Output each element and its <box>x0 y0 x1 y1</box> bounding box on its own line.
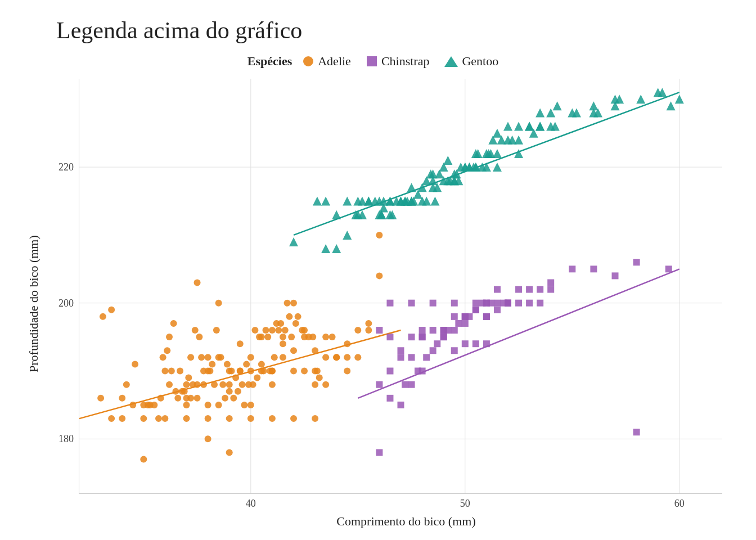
svg-point-93 <box>196 334 202 340</box>
svg-point-99 <box>282 327 289 334</box>
svg-point-31 <box>183 402 190 408</box>
svg-text:180: 180 <box>58 433 74 444</box>
svg-rect-216 <box>472 300 479 307</box>
svg-rect-217 <box>483 300 490 307</box>
svg-point-88 <box>376 232 382 238</box>
chart-with-xaxis: 180200220405060 Comprimento do bico (mm) <box>45 79 734 529</box>
y-axis-label: Profundidade do bico (mm) <box>22 79 45 529</box>
svg-point-107 <box>147 402 154 408</box>
svg-point-106 <box>129 402 136 408</box>
svg-point-104 <box>108 307 115 313</box>
svg-rect-173 <box>455 320 462 327</box>
svg-point-79 <box>312 347 318 354</box>
svg-point-42 <box>215 402 222 408</box>
svg-point-152 <box>280 340 286 347</box>
svg-marker-278 <box>493 129 502 138</box>
svg-point-72 <box>290 300 297 307</box>
svg-point-40 <box>209 361 215 367</box>
svg-marker-338 <box>536 122 544 131</box>
svg-point-125 <box>312 368 318 375</box>
svg-point-117 <box>226 381 233 388</box>
svg-point-96 <box>235 388 241 395</box>
svg-point-54 <box>248 368 254 375</box>
svg-marker-330 <box>364 196 373 205</box>
svg-marker-263 <box>443 156 452 165</box>
svg-point-38 <box>205 402 212 408</box>
svg-rect-189 <box>612 272 619 279</box>
svg-point-158 <box>166 334 173 340</box>
svg-rect-210 <box>408 334 415 340</box>
svg-point-155 <box>344 340 350 347</box>
svg-rect-199 <box>526 300 533 307</box>
svg-rect-231 <box>451 300 458 307</box>
legend-title: Espécies <box>248 54 292 69</box>
svg-point-57 <box>254 375 260 381</box>
svg-rect-183 <box>515 300 522 307</box>
svg-marker-289 <box>675 94 684 104</box>
svg-point-140 <box>269 415 276 422</box>
svg-point-121 <box>269 368 276 375</box>
svg-rect-206 <box>483 313 490 320</box>
svg-point-92 <box>192 327 199 334</box>
svg-point-90 <box>170 320 177 327</box>
svg-rect-160 <box>376 381 382 388</box>
svg-point-139 <box>248 415 254 422</box>
scatter-plot: 180200220405060 <box>79 79 722 493</box>
svg-rect-161 <box>386 395 393 402</box>
svg-point-115 <box>205 368 212 375</box>
svg-rect-187 <box>569 266 575 272</box>
svg-marker-291 <box>332 210 341 219</box>
svg-point-113 <box>194 381 201 388</box>
svg-rect-163 <box>402 381 408 388</box>
svg-point-69 <box>284 300 291 307</box>
svg-point-26 <box>161 368 168 375</box>
svg-rect-194 <box>419 327 426 334</box>
svg-point-149 <box>215 300 222 307</box>
svg-point-128 <box>344 354 350 361</box>
svg-rect-218 <box>494 300 501 307</box>
svg-point-66 <box>275 327 282 334</box>
legend-label-adelie: Adelie <box>318 54 351 69</box>
svg-rect-228 <box>386 300 393 307</box>
svg-marker-235 <box>321 244 330 253</box>
svg-rect-180 <box>494 286 501 293</box>
svg-point-147 <box>97 395 104 402</box>
svg-marker-259 <box>430 196 439 205</box>
svg-point-124 <box>301 368 308 375</box>
svg-marker-280 <box>503 122 512 131</box>
svg-rect-1 <box>367 56 377 66</box>
svg-point-151 <box>258 334 265 340</box>
chinstrap-icon <box>366 55 378 68</box>
svg-rect-227 <box>483 340 490 347</box>
page: Legenda acima do gráfico Espécies Adelie… <box>0 0 756 540</box>
svg-marker-328 <box>321 196 330 205</box>
svg-rect-205 <box>462 320 469 327</box>
svg-marker-326 <box>636 94 645 104</box>
svg-text:220: 220 <box>58 161 74 173</box>
svg-point-18 <box>100 313 106 320</box>
svg-point-131 <box>226 368 233 375</box>
svg-rect-184 <box>526 286 533 293</box>
svg-point-28 <box>172 388 179 395</box>
chart-area: Profundidade do bico (mm) 18020022040506… <box>22 79 734 529</box>
page-title: Legenda acima do gráfico <box>56 17 302 44</box>
svg-marker-285 <box>553 101 562 110</box>
svg-point-108 <box>158 395 164 402</box>
svg-point-138 <box>226 415 233 422</box>
svg-point-112 <box>183 395 190 402</box>
svg-point-45 <box>222 395 228 402</box>
svg-rect-193 <box>408 354 415 361</box>
svg-point-145 <box>119 415 125 422</box>
svg-point-141 <box>290 415 297 422</box>
svg-rect-212 <box>430 327 436 334</box>
svg-point-53 <box>243 361 250 367</box>
svg-rect-230 <box>430 300 436 307</box>
legend-item-chinstrap: Chinstrap <box>366 54 430 69</box>
svg-point-78 <box>309 334 316 340</box>
svg-point-95 <box>224 361 231 367</box>
svg-rect-226 <box>472 340 479 347</box>
svg-marker-340 <box>313 196 322 205</box>
svg-point-157 <box>376 272 382 279</box>
svg-rect-204 <box>440 334 447 340</box>
svg-point-97 <box>245 381 252 388</box>
